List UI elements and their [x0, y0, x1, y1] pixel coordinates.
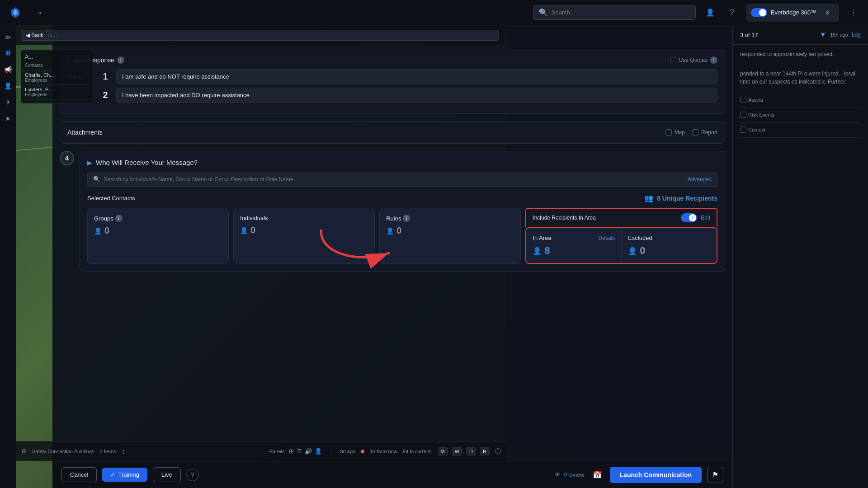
- more-options-icon[interactable]: ⋮: [846, 5, 861, 20]
- step-4-content: ▶ Who Will Receive Your Message? 🔍 Advan…: [80, 151, 725, 272]
- everbridge-toggle[interactable]: [751, 8, 767, 17]
- individuals-person-icon: 👤: [240, 227, 248, 234]
- poll-number-2: 2: [100, 90, 111, 100]
- map-search-bar: 🔍: [16, 25, 505, 45]
- log-link[interactable]: Log: [852, 32, 861, 38]
- page-counter: 3 of 17: [740, 32, 758, 38]
- report-option: Report: [692, 129, 717, 136]
- panels-list-icon[interactable]: ☰: [297, 448, 302, 455]
- sidebar-contacts-icon[interactable]: 👤: [2, 80, 14, 92]
- polling-row-2: 2: [67, 88, 717, 103]
- risk-events-label: Risk Events: [748, 112, 774, 117]
- sidebar-expand-icon[interactable]: ≫: [2, 31, 14, 43]
- map-option: Map: [665, 129, 685, 136]
- sidebar-alerts-icon[interactable]: 📢: [2, 63, 14, 76]
- training-check-icon: ✓: [110, 471, 115, 478]
- advanced-button[interactable]: Advanced: [688, 176, 712, 183]
- polling-row-1: Polling 1: [67, 69, 717, 84]
- use-quotas-row: Use Quotas i: [670, 56, 717, 64]
- global-search-box: 🔍: [533, 5, 696, 20]
- panels-person-icon[interactable]: 👤: [315, 448, 322, 455]
- rules-count: 👤 0: [386, 225, 514, 236]
- buildings-label: Safety Connection Buildings: [32, 449, 94, 454]
- help-icon[interactable]: ?: [725, 5, 739, 20]
- fit-label: Fit to current:: [403, 449, 432, 454]
- calendar-icon[interactable]: 📅: [590, 468, 604, 482]
- text-response-header: * Text Response i Use Quotas i: [67, 56, 717, 64]
- time-btn-W[interactable]: W: [452, 447, 462, 455]
- filter-icon[interactable]: ▼: [819, 31, 826, 39]
- flag-button[interactable]: ⚑: [707, 467, 723, 483]
- time-btn-D[interactable]: D: [466, 447, 476, 455]
- in-area-count: 👤 8: [533, 245, 615, 257]
- map-checkbox[interactable]: [665, 129, 672, 136]
- rules-title: Rules i: [386, 215, 514, 222]
- live-button[interactable]: Live: [153, 467, 181, 482]
- search-icon: 🔍: [539, 8, 548, 17]
- risk-events-checkbox[interactable]: [740, 112, 746, 118]
- right-panel-header: 3 of 17 ▼ 15h ago Log: [733, 25, 868, 45]
- step-4-container: 4 ▶ Who Will Receive Your Message? 🔍 Adv…: [60, 151, 725, 272]
- sidebar-star-icon[interactable]: ★: [2, 112, 14, 125]
- right-panel-excerpt2: ponded to a near 144th PI e were injured…: [740, 70, 861, 86]
- groups-info-icon[interactable]: i: [115, 215, 123, 222]
- time-btn-H[interactable]: H: [480, 447, 490, 455]
- everbridge-label: Everbridge 360™: [771, 9, 816, 16]
- items-count: 2 Items: [100, 449, 116, 454]
- training-button[interactable]: ✓ Training: [102, 468, 147, 482]
- poll-number-1: 1: [100, 71, 111, 82]
- excluded-card: Excluded 👤 0: [621, 228, 717, 263]
- cancel-button[interactable]: Cancel: [61, 467, 97, 482]
- everbridge-toggle-badge: Everbridge 360™ ⚙: [746, 4, 839, 22]
- everbridge-settings-icon[interactable]: ⚙: [820, 5, 835, 20]
- collapse-icon[interactable]: «: [33, 5, 47, 20]
- edit-link[interactable]: Edit: [701, 215, 710, 221]
- launch-communication-button[interactable]: Launch Communication: [610, 467, 702, 483]
- map-search-input[interactable]: [35, 32, 495, 38]
- use-quotas-info-icon[interactable]: i: [710, 56, 717, 64]
- panels-section: Panels: ⊞ ☰ 🔊 👤: [269, 448, 322, 455]
- preview-button[interactable]: 👁 Preview: [555, 471, 584, 478]
- bottom-bar: Cancel ✓ Training Live ? 👁 Preview 📅 Lau…: [52, 461, 732, 488]
- use-quotas-checkbox[interactable]: [670, 57, 676, 63]
- selected-contacts-row: Selected Contacts 👥 8 Unique Recipients: [87, 194, 717, 202]
- preview-eye-icon: 👁: [555, 471, 561, 478]
- time-btn-M[interactable]: M: [438, 447, 448, 455]
- panels-grid-icon[interactable]: ⊞: [289, 448, 294, 455]
- time-info-icon[interactable]: ⓘ: [495, 447, 501, 455]
- bottom-help-icon[interactable]: ?: [186, 469, 199, 481]
- user-icon[interactable]: 👤: [703, 5, 717, 20]
- individuals-title: Individuals: [240, 215, 368, 221]
- sort-icon[interactable]: ↕: [122, 447, 125, 455]
- map-bottom-bar: ⊞ Safety Connection Buildings 2 Items ↕ …: [16, 441, 506, 461]
- panels-audio-icon[interactable]: 🔊: [305, 448, 312, 455]
- unique-recipients-count: 8 Unique Recipients: [657, 195, 717, 202]
- map-option-label: Map: [675, 129, 685, 136]
- include-recipients-toggle[interactable]: [681, 213, 697, 222]
- recipient-search-input[interactable]: [104, 176, 684, 183]
- poll-input-2[interactable]: [116, 88, 717, 103]
- assets-checkbox[interactable]: [740, 97, 746, 103]
- top-bar: « 🔍 👤 ? Everbridge 360™ ⚙ ⋮: [0, 0, 868, 25]
- contact-item-charlie: Charlie, Ch... Employees: [25, 70, 89, 85]
- text-response-info-icon[interactable]: i: [117, 56, 124, 64]
- context-checkbox[interactable]: [740, 127, 746, 133]
- sidebar-plane-icon[interactable]: ✈: [2, 96, 14, 108]
- panels-label: Panels:: [269, 449, 286, 454]
- map-back-button[interactable]: ◀ Back: [21, 30, 48, 41]
- poll-input-1[interactable]: [116, 69, 717, 84]
- map-search-box: 🔍: [22, 30, 499, 41]
- include-right: Edit: [681, 213, 710, 222]
- map-contacts-title: A...: [25, 54, 89, 60]
- report-checkbox[interactable]: [692, 129, 698, 136]
- recipients-icon: 👥: [644, 194, 653, 202]
- main-content-panel: 1080 Characters ▼ * Text Response i Use …: [52, 25, 732, 461]
- app-logo[interactable]: [7, 5, 24, 21]
- sidebar-map-icon[interactable]: [2, 47, 14, 60]
- step-title-arrow: ▶: [87, 159, 92, 166]
- details-link[interactable]: Details: [598, 235, 615, 241]
- recipient-search-icon: 🔍: [93, 176, 100, 183]
- report-option-label: Report: [701, 129, 717, 136]
- global-search-input[interactable]: [552, 9, 690, 16]
- rules-info-icon[interactable]: i: [403, 215, 410, 222]
